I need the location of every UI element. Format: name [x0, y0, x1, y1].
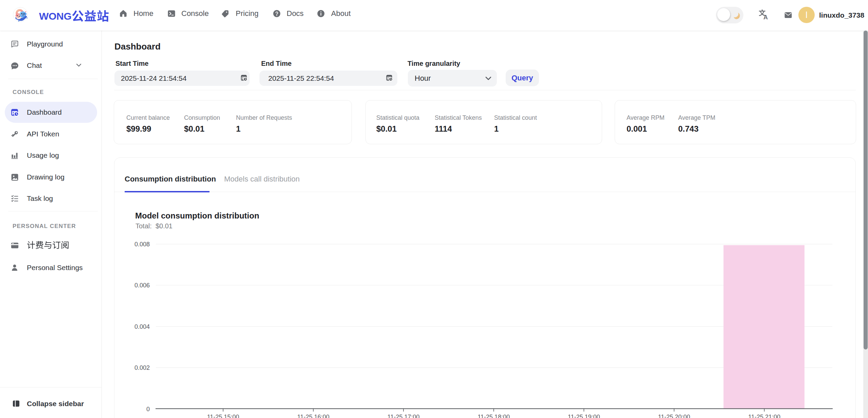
- svg-text:11-25 20:00: 11-25 20:00: [658, 414, 690, 418]
- svg-text:0.004: 0.004: [134, 323, 150, 330]
- svg-text:0.002: 0.002: [134, 364, 150, 371]
- svg-text:11-25 15:00: 11-25 15:00: [207, 414, 239, 418]
- svg-text:11-25 16:00: 11-25 16:00: [297, 414, 329, 418]
- svg-text:0: 0: [146, 406, 150, 413]
- svg-text:11-25 21:00: 11-25 21:00: [748, 414, 780, 418]
- svg-text:11-25 19:00: 11-25 19:00: [568, 414, 600, 418]
- svg-text:0.008: 0.008: [134, 241, 150, 248]
- svg-text:0.006: 0.006: [134, 282, 150, 289]
- svg-text:11-25 18:00: 11-25 18:00: [477, 414, 510, 418]
- svg-text:A: A: [763, 14, 768, 20]
- svg-text:11-25 17:00: 11-25 17:00: [387, 414, 420, 418]
